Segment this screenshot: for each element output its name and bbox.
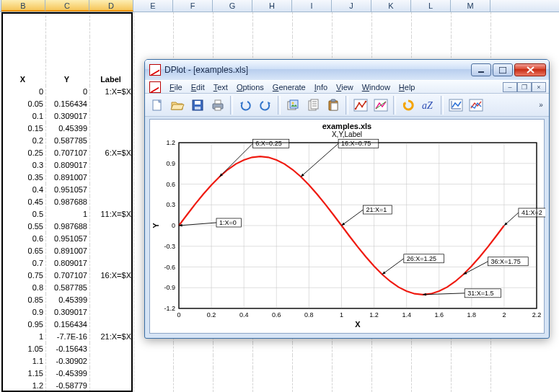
col-header-f[interactable]: F — [173, 0, 213, 12]
cell[interactable] — [90, 306, 134, 318]
cell[interactable] — [90, 233, 134, 245]
cell[interactable] — [452, 12, 491, 24]
cell[interactable] — [90, 257, 134, 270]
cell[interactable]: 0.85 — [2, 294, 46, 306]
cell[interactable]: 0 — [2, 86, 46, 98]
cell[interactable] — [90, 61, 134, 74]
cell[interactable] — [134, 355, 174, 368]
cell[interactable] — [412, 355, 452, 368]
cell[interactable]: 0.45399 — [46, 122, 90, 135]
cell[interactable] — [412, 12, 452, 24]
cell[interactable] — [452, 368, 491, 380]
cell[interactable] — [333, 355, 372, 368]
cell[interactable] — [333, 24, 372, 37]
cell[interactable] — [333, 380, 372, 392]
multi-plot-button[interactable] — [467, 96, 485, 115]
cell[interactable]: 0.951057 — [46, 233, 90, 245]
cell[interactable] — [134, 12, 174, 24]
cell[interactable] — [2, 24, 46, 37]
cell[interactable] — [333, 343, 372, 355]
titlebar[interactable]: DPlot - [examples.xls] — [145, 60, 549, 80]
cell[interactable]: 21:X=$X — [90, 331, 134, 343]
cell[interactable]: 0.156434 — [46, 98, 90, 110]
cell[interactable] — [90, 245, 134, 257]
cell[interactable] — [214, 12, 253, 24]
cell[interactable] — [46, 12, 90, 24]
mdi-minimize-button[interactable]: – — [503, 82, 517, 92]
cell[interactable]: 0.75 — [2, 270, 46, 282]
cell[interactable] — [174, 355, 214, 368]
cell[interactable] — [452, 37, 491, 49]
cell[interactable] — [90, 368, 134, 380]
cell[interactable]: 1.1 — [2, 355, 46, 368]
cell[interactable] — [174, 368, 214, 380]
cell[interactable] — [333, 37, 372, 49]
cell[interactable] — [412, 368, 452, 380]
cell[interactable] — [253, 355, 293, 368]
menu-file[interactable]: File — [165, 81, 187, 93]
copy-data-button[interactable] — [304, 96, 322, 115]
cell[interactable]: 0.25 — [2, 147, 46, 159]
menu-options[interactable]: Options — [232, 81, 268, 93]
cell[interactable] — [372, 368, 412, 380]
cell[interactable] — [90, 49, 134, 61]
cell[interactable] — [90, 37, 134, 49]
cell[interactable] — [46, 49, 90, 61]
cell[interactable]: 1.05 — [2, 343, 46, 355]
cell[interactable]: 0.309017 — [46, 110, 90, 122]
cell[interactable] — [2, 61, 46, 74]
cell[interactable]: 1.2 — [2, 380, 46, 392]
cell[interactable] — [253, 24, 293, 37]
maximize-button[interactable] — [493, 63, 513, 76]
cell[interactable]: 0.587785 — [46, 282, 90, 294]
cell[interactable] — [293, 37, 333, 49]
undo-button[interactable] — [236, 96, 255, 115]
cell[interactable]: 0.5 — [2, 208, 46, 220]
menu-text[interactable]: Text — [209, 81, 232, 93]
cell[interactable] — [293, 343, 333, 355]
cell[interactable] — [452, 380, 491, 392]
col-header-i[interactable]: I — [292, 0, 332, 12]
cell[interactable] — [333, 12, 372, 24]
cell[interactable] — [90, 220, 134, 233]
cell[interactable]: 0.3 — [2, 159, 46, 172]
minimize-button[interactable] — [471, 63, 491, 76]
cell[interactable]: -7.7E-16 — [46, 331, 90, 343]
cell[interactable]: 0.45399 — [46, 294, 90, 306]
xy-plot-button[interactable] — [446, 96, 465, 115]
cell[interactable]: 0.95 — [2, 318, 46, 331]
col-header-k[interactable]: K — [371, 0, 411, 12]
cell[interactable] — [293, 355, 333, 368]
col-header-b[interactable]: B — [1, 0, 45, 12]
cell[interactable] — [452, 24, 491, 37]
cell[interactable]: 0.05 — [2, 98, 46, 110]
cell[interactable] — [46, 37, 90, 49]
cell[interactable]: 1 — [46, 208, 90, 220]
col-header-l[interactable]: L — [411, 0, 451, 12]
cell[interactable] — [90, 24, 134, 37]
cell[interactable] — [134, 343, 174, 355]
cell[interactable] — [2, 12, 46, 24]
cell[interactable] — [90, 172, 134, 184]
cell[interactable] — [412, 380, 452, 392]
cell[interactable] — [134, 37, 174, 49]
cell[interactable] — [174, 12, 214, 24]
col-header-g[interactable]: G — [213, 0, 252, 12]
cell[interactable]: 0.7 — [2, 257, 46, 270]
redo-button[interactable] — [256, 96, 275, 115]
cell[interactable] — [90, 196, 134, 208]
cell[interactable] — [372, 24, 412, 37]
cell[interactable]: 0.8 — [2, 282, 46, 294]
italic-az-button[interactable]: aZ — [419, 96, 438, 115]
mdi-restore-button[interactable]: ❐ — [517, 82, 532, 92]
cell[interactable]: 0.951057 — [46, 184, 90, 196]
cell[interactable] — [293, 12, 333, 24]
cell[interactable]: 11:X=$X — [90, 208, 134, 220]
col-header-c[interactable]: C — [45, 0, 89, 12]
cell[interactable] — [90, 159, 134, 172]
cell[interactable]: 0.55 — [2, 220, 46, 233]
plot-area[interactable]: examples.xls X,Y,Label 00.20.40.60.811.2… — [149, 119, 545, 334]
cell[interactable] — [293, 24, 333, 37]
cell[interactable] — [253, 12, 293, 24]
cell[interactable] — [253, 37, 293, 49]
